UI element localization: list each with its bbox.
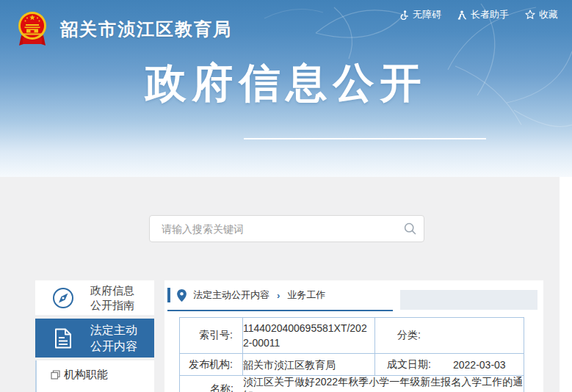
quick-links: 无障碍 长者助手 收藏 xyxy=(399,8,558,21)
page-title: 政府信息公开 xyxy=(0,56,572,112)
sidebar-subitem-org-functions[interactable]: 机构职能 xyxy=(37,360,154,388)
breadcrumb-item-parent[interactable]: 法定主动公开内容 xyxy=(193,288,269,302)
index-number-label: 索引号: xyxy=(180,318,243,354)
issuing-agency-label: 发布机构: xyxy=(180,354,243,376)
search-button[interactable] xyxy=(396,222,424,235)
sidebar: 政府信息 公开指南 法定 xyxy=(35,280,154,392)
category-label: 分类: xyxy=(375,329,443,342)
search-box xyxy=(149,215,424,242)
sidebar-item-mandatory-disclosure[interactable]: 法定主动 公开内容 xyxy=(35,319,154,357)
doc-name-label: 名称: xyxy=(180,382,243,392)
issue-date-value: 2022-03-03 xyxy=(443,359,506,371)
main-panel: 法定主动公开内容 › 业务工作 索引号: 1144020400695581XT/… xyxy=(164,280,543,392)
search-input[interactable] xyxy=(150,223,396,235)
issuing-agency-value: 韶关市浈江区教育局 xyxy=(243,354,375,376)
breadcrumb-left: 法定主动公开内容 › 业务工作 xyxy=(167,280,393,311)
content-columns: 政府信息 公开指南 法定 xyxy=(0,280,560,392)
document-icon xyxy=(35,328,90,349)
location-pin-icon xyxy=(177,289,187,302)
banner: 韶关市浈江区教育局 无障碍 长者 xyxy=(0,0,572,177)
top-bar: 韶关市浈江区教育局 无障碍 长者 xyxy=(0,0,572,59)
site-brand: 韶关市浈江区教育局 xyxy=(15,10,232,48)
sidebar-item-guide[interactable]: 政府信息 公开指南 xyxy=(35,280,154,315)
title-underline xyxy=(244,138,486,139)
compass-icon xyxy=(35,287,90,309)
issue-date-cell: 成文日期: 2022-03-03 xyxy=(375,354,524,376)
table-row: 索引号: 1144020400695581XT/2022-00011 分类: xyxy=(180,318,524,354)
title-cell: 名称: 浈江区关于做好2022年秋季小学一年级新生报名入学工作的通知 xyxy=(180,376,524,392)
sidebar-item-guide-label: 政府信息 公开指南 xyxy=(90,283,134,313)
breadcrumb-item-current[interactable]: 业务工作 xyxy=(287,288,325,302)
content-section: 政府信息 公开指南 法定 xyxy=(0,177,560,392)
elder-helper-icon xyxy=(457,10,467,20)
index-number-value: 1144020400695581XT/2022-00011 xyxy=(243,318,375,354)
page: 韶关市浈江区教育局 无障碍 长者 xyxy=(0,0,572,392)
favorite-label: 收藏 xyxy=(539,8,558,21)
pages-icon xyxy=(51,370,60,380)
breadcrumb-accent-bar xyxy=(167,288,170,302)
sidebar-item-mandatory-label: 法定主动 公开内容 xyxy=(90,322,137,355)
breadcrumb-right-box xyxy=(400,290,537,310)
table-row: 名称: 浈江区关于做好2022年秋季小学一年级新生报名入学工作的通知 xyxy=(180,376,524,392)
sidebar-sub-panel: 机构职能 xyxy=(35,360,154,392)
document-meta-table: 索引号: 1144020400695581XT/2022-00011 分类: 发… xyxy=(179,317,524,392)
search-row xyxy=(0,177,560,242)
doc-name-value: 浈江区关于做好2022年秋季小学一年级新生报名入学工作的通知 xyxy=(243,376,524,392)
accessibility-icon xyxy=(399,10,409,20)
category-cell: 分类: xyxy=(375,318,524,354)
elder-helper-label: 长者助手 xyxy=(471,8,509,21)
table-row: 发布机构: 韶关市浈江区教育局 成文日期: 2022-03-03 xyxy=(180,354,524,376)
sidebar-subitem-label: 机构职能 xyxy=(64,368,108,382)
accessibility-link[interactable]: 无障碍 xyxy=(399,8,441,21)
national-emblem-logo xyxy=(15,10,50,48)
search-icon xyxy=(404,222,416,235)
favorite-link[interactable]: 收藏 xyxy=(525,8,558,21)
chevron-right-icon: › xyxy=(277,290,280,301)
accessibility-label: 无障碍 xyxy=(413,8,441,21)
star-icon xyxy=(525,10,535,20)
issue-date-label: 成文日期: xyxy=(375,358,443,371)
breadcrumb: 法定主动公开内容 › 业务工作 xyxy=(167,280,537,311)
elder-helper-link[interactable]: 长者助手 xyxy=(457,8,509,21)
org-name: 韶关市浈江区教育局 xyxy=(60,18,232,41)
